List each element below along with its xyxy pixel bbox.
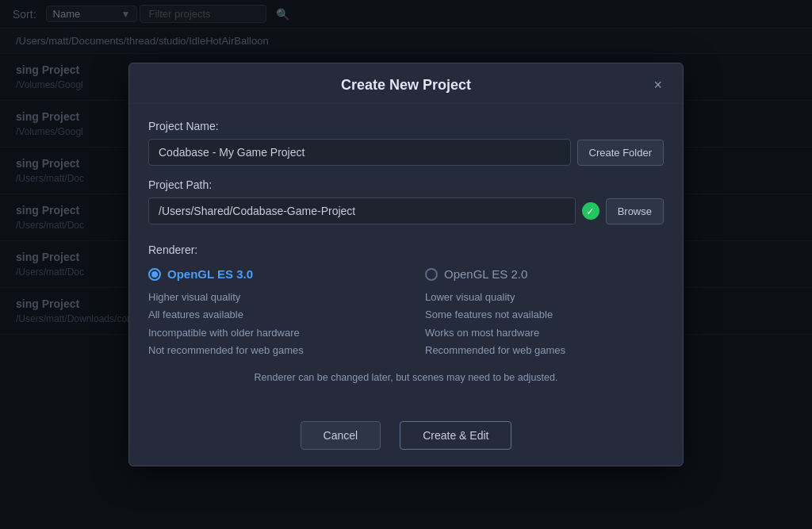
path-valid-icon: ✓ (582, 202, 599, 220)
renderer-desc-line: Some features not available (425, 306, 664, 324)
modal-overlay: Create New Project × Project Name: Creat… (0, 0, 812, 529)
renderer-note: Renderer can be changed later, but scene… (148, 372, 664, 383)
dialog-body: Project Name: Create Folder Project Path… (129, 104, 683, 414)
renderer-desc-opengl2: Lower visual quality Some features not a… (425, 289, 664, 358)
project-name-input[interactable] (148, 139, 571, 166)
renderer-section: Renderer: OpenGL ES 3.0 Higher visual qu… (148, 243, 664, 382)
radio-opengl2[interactable] (425, 268, 438, 281)
renderer-label-opengl2[interactable]: OpenGL ES 2.0 (444, 267, 527, 281)
browse-button[interactable]: Browse (606, 198, 664, 224)
renderer-desc-line: Incompatible with older hardware (148, 324, 387, 342)
radio-opengl3[interactable] (148, 268, 161, 281)
create-edit-button[interactable]: Create & Edit (400, 421, 511, 450)
renderer-desc-line: Recommended for web games (425, 342, 664, 359)
project-name-label: Project Name: (148, 120, 664, 132)
renderer-option-opengl2: OpenGL ES 2.0 Lower visual quality Some … (425, 267, 664, 358)
renderer-options: OpenGL ES 3.0 Higher visual quality All … (148, 267, 664, 358)
create-folder-button[interactable]: Create Folder (577, 140, 664, 166)
project-name-row: Create Folder (148, 139, 664, 166)
project-path-label: Project Path: (148, 178, 664, 191)
renderer-radio-row-3[interactable]: OpenGL ES 3.0 (148, 267, 387, 281)
create-project-dialog: Create New Project × Project Name: Creat… (128, 63, 684, 466)
renderer-desc-line: Higher visual quality (148, 289, 387, 306)
renderer-label: Renderer: (148, 243, 664, 256)
renderer-desc-opengl3: Higher visual quality All features avail… (148, 289, 387, 358)
project-path-input[interactable] (148, 197, 576, 224)
cancel-button[interactable]: Cancel (301, 421, 381, 450)
renderer-desc-line: Not recommended for web games (148, 342, 387, 359)
dialog-header: Create New Project × (129, 63, 683, 104)
dialog-footer: Cancel Create & Edit (129, 415, 683, 466)
renderer-label-opengl3[interactable]: OpenGL ES 3.0 (167, 267, 253, 281)
renderer-desc-line: All features available (148, 306, 387, 324)
close-button[interactable]: × (649, 76, 667, 94)
project-path-row: ✓ Browse (148, 197, 664, 224)
renderer-radio-row-2[interactable]: OpenGL ES 2.0 (425, 267, 664, 281)
dialog-title: Create New Project (319, 77, 492, 94)
renderer-desc-line: Lower visual quality (425, 289, 664, 306)
renderer-option-opengl3: OpenGL ES 3.0 Higher visual quality All … (148, 267, 387, 358)
renderer-desc-line: Works on most hardware (425, 324, 664, 342)
